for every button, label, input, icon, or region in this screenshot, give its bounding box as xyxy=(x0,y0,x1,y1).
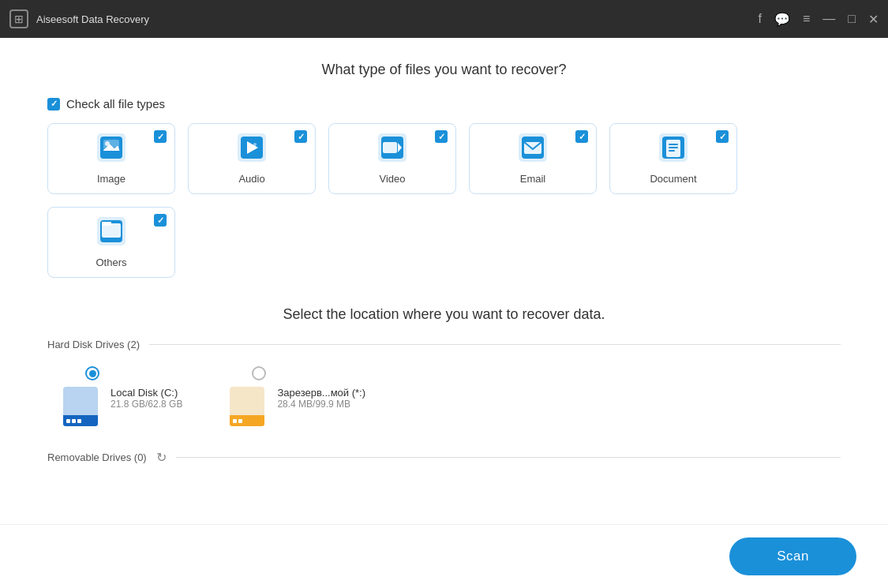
drive-size-c: 21.8 GB/62.8 GB xyxy=(111,399,182,410)
others-label: Others xyxy=(96,257,126,268)
drive-radio-reserved[interactable] xyxy=(252,366,266,380)
disk-body-reserved xyxy=(230,387,264,417)
drive-icon-c xyxy=(63,387,103,426)
svg-rect-20 xyxy=(669,150,675,152)
drive-radio-row-c xyxy=(85,366,99,380)
file-types-heading: What type of files you want to recover? xyxy=(47,62,841,78)
drive-info-reserved: Зарезерв...мой (*:) 28.4 MB/99.9 MB xyxy=(230,387,365,426)
footer: Scan xyxy=(0,524,888,588)
taskbar-dot-r2 xyxy=(238,419,242,423)
taskbar-dot-2 xyxy=(72,419,76,423)
titlebar: ⊞ Aiseesoft Data Recovery f 💬 ≡ — □ ✕ xyxy=(0,0,888,38)
drive-radio-row-reserved xyxy=(252,366,266,380)
disk-body-c xyxy=(63,387,98,417)
svg-rect-10 xyxy=(383,142,397,153)
check-all-label[interactable]: Check all file types xyxy=(66,97,165,110)
maximize-icon[interactable]: □ xyxy=(848,12,856,26)
svg-rect-24 xyxy=(102,222,111,226)
hard-disk-label: Hard Disk Drives (2) xyxy=(47,339,140,350)
others-icon xyxy=(97,217,126,252)
document-label: Document xyxy=(650,173,696,185)
close-icon[interactable]: ✕ xyxy=(868,12,879,27)
scan-button[interactable]: Scan xyxy=(729,537,856,575)
file-type-card-document[interactable]: Document xyxy=(609,123,737,194)
removable-section: Removable Drives (0) ↻ xyxy=(47,450,841,465)
drive-text-c: Local Disk (C:) 21.8 GB/62.8 GB xyxy=(111,387,182,410)
taskbar-dot-1 xyxy=(66,419,70,423)
menu-icon[interactable]: ≡ xyxy=(803,12,810,26)
minimize-icon[interactable]: — xyxy=(822,12,835,26)
location-heading: Select the location where you want to re… xyxy=(47,306,841,323)
location-section: Select the location where you want to re… xyxy=(47,306,841,465)
file-type-card-audio[interactable]: Audio xyxy=(188,123,316,194)
taskbar-dot-r1 xyxy=(233,419,237,423)
app-icon: ⊞ xyxy=(9,9,28,28)
document-icon xyxy=(659,133,688,168)
email-icon xyxy=(519,133,547,168)
file-type-card-video[interactable]: Video xyxy=(328,123,456,194)
drive-name-reserved: Зарезерв...мой (*:) xyxy=(277,387,365,399)
audio-label: Audio xyxy=(238,173,264,185)
file-types-grid: Image Audio xyxy=(47,123,841,278)
drive-item-reserved[interactable]: Зарезерв...мой (*:) 28.4 MB/99.9 MB xyxy=(230,366,365,426)
others-checkbox[interactable] xyxy=(154,214,167,227)
video-icon xyxy=(378,133,407,168)
file-types-section: What type of files you want to recover? … xyxy=(47,62,841,278)
titlebar-left: ⊞ Aiseesoft Data Recovery xyxy=(9,9,149,28)
audio-checkbox[interactable] xyxy=(294,130,307,143)
drives-list: Local Disk (C:) 21.8 GB/62.8 GB xyxy=(47,366,841,426)
chat-icon[interactable]: 💬 xyxy=(774,12,790,27)
disk-taskbar-reserved xyxy=(230,415,264,426)
svg-rect-19 xyxy=(669,147,678,148)
drive-size-reserved: 28.4 MB/99.9 MB xyxy=(277,399,365,410)
drive-radio-c[interactable] xyxy=(85,366,99,380)
image-icon xyxy=(97,133,126,168)
drive-item-c[interactable]: Local Disk (C:) 21.8 GB/62.8 GB xyxy=(63,366,182,426)
hard-disk-divider xyxy=(149,344,841,345)
removable-drives-label: Removable Drives (0) xyxy=(47,451,147,463)
audio-icon xyxy=(238,133,266,168)
removable-divider xyxy=(176,457,841,458)
refresh-icon[interactable]: ↻ xyxy=(156,450,167,465)
image-checkbox[interactable] xyxy=(154,130,167,143)
check-all-row: Check all file types xyxy=(47,97,841,110)
window-controls: f 💬 ≡ — □ ✕ xyxy=(759,12,879,27)
taskbar-dot-3 xyxy=(77,419,81,423)
removable-drives-header: Removable Drives (0) ↻ xyxy=(47,450,841,465)
document-checkbox[interactable] xyxy=(716,130,729,143)
drive-text-reserved: Зарезерв...мой (*:) 28.4 MB/99.9 MB xyxy=(277,387,365,410)
video-checkbox[interactable] xyxy=(435,130,448,143)
app-title: Aiseesoft Data Recovery xyxy=(36,13,149,25)
hard-disk-header: Hard Disk Drives (2) xyxy=(47,339,841,350)
drive-icon-reserved xyxy=(230,387,269,426)
drive-info-c: Local Disk (C:) 21.8 GB/62.8 GB xyxy=(63,387,182,426)
image-label: Image xyxy=(97,173,126,185)
video-label: Video xyxy=(379,173,405,185)
email-checkbox[interactable] xyxy=(575,130,588,143)
check-all-checkbox[interactable] xyxy=(47,98,60,110)
file-type-card-email[interactable]: Email xyxy=(469,123,597,194)
disk-taskbar-c xyxy=(63,415,98,426)
email-label: Email xyxy=(520,173,546,185)
svg-point-7 xyxy=(253,143,257,146)
drive-name-c: Local Disk (C:) xyxy=(111,387,182,399)
facebook-icon[interactable]: f xyxy=(759,12,762,26)
file-type-card-image[interactable]: Image xyxy=(47,123,175,194)
file-type-card-others[interactable]: Others xyxy=(47,207,175,278)
main-content: What type of files you want to recover? … xyxy=(0,38,888,524)
svg-rect-18 xyxy=(669,144,678,145)
